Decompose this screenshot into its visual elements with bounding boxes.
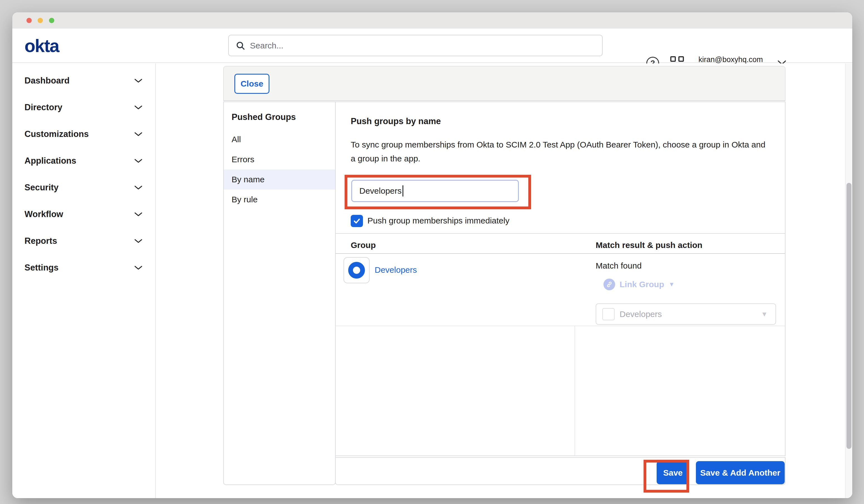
scrollbar-thumb[interactable] <box>847 183 851 449</box>
sidebar-item-settings[interactable]: Settings <box>12 254 155 281</box>
subnav-item-all[interactable]: All <box>224 129 335 149</box>
group-name-input-value: Developers <box>359 186 402 196</box>
app-window: okta Search... ? kiran@boxyhq.com okta-d… <box>12 12 852 498</box>
window-zoom-icon[interactable] <box>49 18 54 23</box>
pushed-groups-subnav: Pushed Groups All Errors By name By rule <box>223 101 336 485</box>
sidebar-item-reports[interactable]: Reports <box>12 228 155 254</box>
okta-logo: okta <box>24 36 59 56</box>
group-name-link[interactable]: Developers <box>375 265 417 275</box>
subnav-item-by-rule[interactable]: By rule <box>224 190 335 209</box>
top-nav: okta Search... ? kiran@boxyhq.com okta-d… <box>12 28 852 63</box>
dialog-footer: Save Save & Add Another <box>335 457 785 485</box>
link-group-caret-down-icon: ▼ <box>669 281 675 288</box>
sidebar-item-applications[interactable]: Applications <box>12 147 155 174</box>
chevron-down-icon <box>134 212 143 217</box>
table-top-divider <box>336 233 785 234</box>
group-name-input[interactable]: Developers <box>351 180 519 202</box>
group-placeholder-icon <box>602 308 615 320</box>
search-input[interactable]: Search... <box>228 35 603 56</box>
push-immediately-label: Push group memberships immediately <box>368 216 509 225</box>
user-email: kiran@boxyhq.com <box>690 55 771 64</box>
group-donut-icon <box>348 262 365 279</box>
search-placeholder: Search... <box>250 41 283 50</box>
sidebar-item-customizations[interactable]: Customizations <box>12 121 155 147</box>
window-close-icon[interactable] <box>26 18 32 23</box>
scrollbar-track[interactable] <box>845 63 852 498</box>
push-immediately-checkbox[interactable] <box>351 215 363 227</box>
chevron-down-icon <box>134 265 143 270</box>
chevron-down-icon <box>134 78 143 83</box>
table-header-divider <box>336 253 785 254</box>
sidebar-nav: Dashboard Directory Customizations Appli… <box>12 63 156 498</box>
subnav-title: Pushed Groups <box>224 102 335 129</box>
chevron-down-icon <box>134 158 143 163</box>
sidebar-item-dashboard[interactable]: Dashboard <box>12 67 155 94</box>
highlight-box-save-button <box>644 460 689 493</box>
form-title: Push groups by name <box>351 116 441 127</box>
linked-group-select[interactable]: Developers ▼ <box>596 303 776 325</box>
select-caret-down-icon: ▼ <box>761 310 768 318</box>
link-icon <box>603 279 615 290</box>
dialog-header: Close <box>223 66 785 101</box>
chevron-down-icon <box>134 239 143 243</box>
push-groups-content: Push groups by name To sync group member… <box>335 101 785 456</box>
sidebar-item-directory[interactable]: Directory <box>12 94 155 121</box>
subnav-item-by-name[interactable]: By name <box>224 169 335 190</box>
window-titlebar <box>12 12 852 28</box>
search-icon <box>236 41 245 51</box>
chevron-down-icon <box>134 105 143 110</box>
text-cursor <box>403 185 403 196</box>
group-avatar <box>344 257 370 283</box>
link-group-button[interactable]: Link Group ▼ <box>603 279 675 290</box>
column-header-match: Match result & push action <box>596 240 702 250</box>
sidebar-item-workflow[interactable]: Workflow <box>12 201 155 228</box>
table-row-divider <box>336 326 785 326</box>
table-column-divider <box>575 326 575 456</box>
save-add-another-button[interactable]: Save & Add Another <box>696 461 785 484</box>
chevron-down-icon <box>134 132 143 137</box>
chevron-down-icon <box>134 185 143 190</box>
form-description: To sync group memberships from Okta to S… <box>351 138 768 166</box>
match-status: Match found <box>596 261 641 271</box>
subnav-item-errors[interactable]: Errors <box>224 149 335 169</box>
linked-group-value: Developers <box>620 310 662 319</box>
sidebar-item-security[interactable]: Security <box>12 174 155 201</box>
check-icon <box>353 217 361 225</box>
link-group-label: Link Group <box>620 280 664 289</box>
window-minimize-icon[interactable] <box>38 18 43 23</box>
close-button[interactable]: Close <box>235 74 269 94</box>
column-header-group: Group <box>351 240 376 250</box>
